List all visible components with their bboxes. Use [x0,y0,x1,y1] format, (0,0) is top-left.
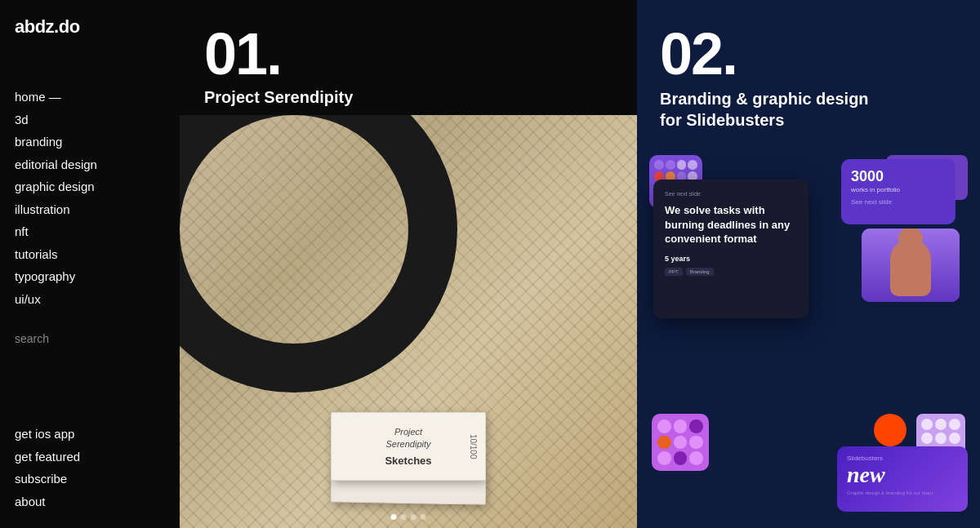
logo[interactable]: abdz.do [15,16,165,38]
new-card: Slidebusters new Graphic design & brandi… [837,446,968,512]
woman-head [898,229,923,251]
sidebar-item-home[interactable]: home — [15,87,165,108]
dot-1[interactable] [391,514,397,520]
stat-label: works in portfolio [851,186,946,193]
dot [666,160,675,170]
sidebar-item-tutorials[interactable]: tutorials [15,244,165,265]
book-top: ProjectSerendipity Sketches 10/100 [331,412,486,481]
stat-number: 3000 [851,169,946,184]
dot [674,419,688,433]
nav-list: home — 3d branding editorial design grap… [15,87,165,309]
main-dark-card: See next slide We solve tasks with burni… [653,180,808,318]
dot-4[interactable] [421,514,426,520]
subscribe-link[interactable]: subscribe [15,468,165,490]
dot-3[interactable] [411,514,416,520]
dot [654,160,664,170]
dot [657,436,671,450]
project-01-number: 01. [204,24,612,83]
dot [689,419,703,433]
ios-app-link[interactable]: get ios app [15,424,165,445]
book-subtitle: Sketches [348,455,469,467]
woman-card [862,229,960,302]
woman-silhouette [890,239,931,296]
cards-scene: 3000 works in portfolio See next slide 2… [645,147,972,520]
about-link[interactable]: about [15,491,165,512]
dot-2[interactable] [401,514,407,520]
dark-card-title: We solve tasks with burning deadlines in… [665,203,797,246]
search-link[interactable]: search [15,332,165,345]
project-02-visual: 3000 works in portfolio See next slide 2… [637,139,980,528]
woman-background [862,229,960,302]
sidebar-item-3d[interactable]: 3d [15,109,165,131]
purple-stat-card: 3000 works in portfolio See next slide [841,159,956,224]
dot [935,433,947,444]
project-02[interactable]: 02. Branding & graphic design for Slideb… [637,0,980,528]
get-featured-link[interactable]: get featured [15,446,165,468]
sidebar-item-illustration[interactable]: illustration [15,199,165,220]
project-02-header: 02. Branding & graphic design for Slideb… [637,0,980,139]
project-02-title: Branding & graphic design for Slidebuste… [660,88,872,131]
dot [921,419,933,430]
ppt-tag: PPT [665,268,683,276]
book-title: ProjectSerendipity [348,426,469,450]
dot [949,433,960,444]
book-number: 10/100 [470,434,479,459]
dot [657,419,671,433]
orange-circle-accent [874,414,906,446]
dot [689,436,703,450]
sidebar-bottom: get ios app get featured subscribe about [15,424,165,512]
book-container: ProjectSerendipity Sketches 10/100 [327,412,490,504]
main-content: 01. Project Serendipity ProjectSerendipi… [180,0,980,528]
book-stack: ProjectSerendipity Sketches 10/100 [327,412,490,504]
stat-sub: See next slide [851,198,946,206]
years-label: 5 years [665,255,690,263]
project-02-number: 02. [660,24,957,83]
sidebar-item-graphic-design[interactable]: graphic design [15,176,165,197]
sidebar-item-nft[interactable]: nft [15,221,165,242]
dot [921,433,933,444]
tag-row: PPT Branding [665,268,797,276]
main-nav: home — 3d branding editorial design grap… [15,87,165,345]
dark-card-meta: 5 years [665,255,797,263]
dot [949,419,960,430]
slide-dots [391,514,426,520]
sidebar-item-branding[interactable]: branding [15,131,165,153]
new-card-label: Slidebusters [847,455,958,462]
dot [657,451,671,465]
project-01-title: Project Serendipity [204,88,612,107]
new-card-desc: Graphic design & branding for our team [847,490,958,496]
dark-card-tag: See next slide [665,191,797,197]
dot [674,436,688,450]
dot [689,451,703,465]
project-01-header: 01. Project Serendipity [180,0,637,115]
purple-dots-card-bl [652,414,709,471]
branding-tag: Branding [686,268,714,276]
project-01[interactable]: 01. Project Serendipity ProjectSerendipi… [180,0,637,528]
project-01-image[interactable]: ProjectSerendipity Sketches 10/100 [180,115,637,528]
dot [674,451,688,465]
dot [688,160,697,170]
sidebar-item-editorial-design[interactable]: editorial design [15,154,165,175]
sidebar: abdz.do home — 3d branding editorial des… [0,0,180,528]
dot [935,419,947,430]
sidebar-item-typography[interactable]: typography [15,266,165,287]
dot [677,160,687,170]
sidebar-item-uiux[interactable]: ui/ux [15,289,165,310]
new-card-cursive: new [847,464,958,486]
